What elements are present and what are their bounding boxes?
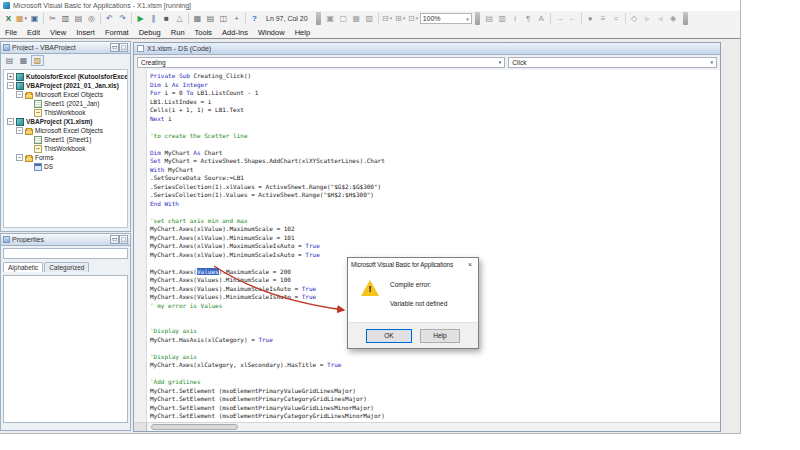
tree-item[interactable]: −Forms <box>4 153 127 162</box>
tree-expander-icon[interactable]: − <box>16 154 23 161</box>
menu-run[interactable]: Run <box>166 26 190 38</box>
object-browser-icon[interactable]: ◫ <box>217 12 230 25</box>
comment-block-icon[interactable]: ≡ <box>597 12 610 25</box>
zoom-combo[interactable]: 100% ▾ <box>420 13 472 24</box>
code-line[interactable]: 'to create the Scetter line <box>150 132 719 141</box>
tree-item[interactable]: ThisWorkbook <box>4 144 127 153</box>
code-editor[interactable]: Private Sub Creating_Click()Dim i As Int… <box>134 70 720 422</box>
code-line[interactable]: 'Add gridlines <box>150 378 719 387</box>
code-line[interactable]: 'set chart axis min and max <box>150 217 719 226</box>
view-microsoft-excel-icon[interactable]: X <box>2 12 15 25</box>
make-same-size-dropdown-icon[interactable]: ⊡▾ <box>407 12 420 25</box>
code-line[interactable]: MyChart.Axes(xlValue).MaximumScale = 102 <box>150 225 719 234</box>
toggle-bookmark-icon[interactable]: ◇ <box>628 12 641 25</box>
tree-item[interactable]: Sheet1 (Sheet1) <box>4 135 127 144</box>
redo-icon[interactable]: ↷ <box>116 12 129 25</box>
outdent-icon[interactable]: ← <box>566 12 579 25</box>
code-line[interactable] <box>150 140 719 149</box>
code-line[interactable]: 'Display axis <box>150 353 719 362</box>
tree-expander-icon[interactable]: + <box>7 73 14 80</box>
menu-format[interactable]: Format <box>100 26 134 38</box>
menu-tools[interactable]: Tools <box>190 26 218 38</box>
tree-expander-icon[interactable]: − <box>16 91 23 98</box>
uncomment-block-icon[interactable]: = <box>610 12 623 25</box>
bring-to-front-icon[interactable]: ▣ <box>324 12 337 25</box>
design-mode-icon[interactable]: △ <box>173 12 186 25</box>
tree-item[interactable]: −Microsoft Excel Objects <box>4 90 127 99</box>
horizontal-scrollbar[interactable] <box>134 422 720 431</box>
tree-item[interactable]: −Microsoft Excel Objects <box>4 126 127 135</box>
object-dropdown[interactable]: Creating ▾ <box>137 57 505 68</box>
toolbox-icon[interactable]: + <box>230 12 243 25</box>
code-line[interactable]: .SeriesCollection(1).xlValues = ActiveSh… <box>150 183 719 192</box>
tree-item[interactable]: Sheet1 (2021_Jan) <box>4 99 127 108</box>
code-line[interactable] <box>150 208 719 217</box>
center-dropdown-icon[interactable]: ⊞▾ <box>394 12 407 25</box>
view-code-icon[interactable]: ▤ <box>3 55 16 66</box>
code-line[interactable]: MyChart.SetElement (msoElementPrimaryVal… <box>150 404 719 413</box>
paste-icon[interactable]: ▤ <box>72 12 85 25</box>
minimize-button[interactable]: ▭ <box>110 235 119 244</box>
code-line[interactable]: For i = 0 To LB1.ListCount - 1 <box>150 89 719 98</box>
undo-icon[interactable]: ↶ <box>103 12 116 25</box>
send-to-back-icon[interactable]: ▢ <box>337 12 350 25</box>
list-properties-icon[interactable]: ▤ <box>483 12 496 25</box>
tree-item[interactable]: DS <box>4 162 127 171</box>
menu-insert[interactable]: Insert <box>71 26 100 38</box>
ungroup-icon[interactable]: ▧ <box>363 12 376 25</box>
parameter-info-icon[interactable]: ¶ <box>522 12 535 25</box>
group-icon[interactable]: ▦ <box>350 12 363 25</box>
code-line[interactable]: LB1.ListIndex = i <box>150 98 719 107</box>
tree-item[interactable]: ThisWorkbook <box>4 108 127 117</box>
menu-help[interactable]: Help <box>290 26 315 38</box>
code-margin-indicator-bar[interactable] <box>134 70 147 422</box>
toggle-breakpoint-icon[interactable]: ● <box>584 12 597 25</box>
view-object-icon[interactable]: ▦ <box>17 55 30 66</box>
code-line[interactable]: Set MyChart = ActiveSheet.Shapes.AddChar… <box>150 157 719 166</box>
code-line[interactable]: MyChart.SetElement (msoElementPrimaryVal… <box>150 387 719 396</box>
help-button[interactable]: Help <box>420 329 460 343</box>
find-icon[interactable]: ◎ <box>85 12 98 25</box>
properties-object-combo[interactable] <box>3 248 128 259</box>
run-icon[interactable]: ▶ <box>134 12 147 25</box>
tab-alphabetic[interactable]: Alphabetic <box>3 262 43 272</box>
properties-list[interactable] <box>3 275 128 423</box>
code-line[interactable]: .SeriesCollection(1).Values = ActiveShee… <box>150 191 719 200</box>
menu-file[interactable]: File <box>0 26 22 38</box>
menu-edit[interactable]: Edit <box>22 26 45 38</box>
menu-add-ins[interactable]: Add-Ins <box>217 26 253 38</box>
help-icon[interactable]: ? <box>248 12 261 25</box>
code-line[interactable]: Dim i As Integer <box>150 81 719 90</box>
code-line[interactable]: Cells(i + 1, 1) = LB1.Text <box>150 106 719 115</box>
code-line[interactable]: With MyChart <box>150 166 719 175</box>
tree-expander-icon[interactable]: − <box>7 82 14 89</box>
toolbar-options-button[interactable] <box>683 12 688 25</box>
code-line[interactable]: MyChart.Axes(xlValue).MinimumScale = 101 <box>150 234 719 243</box>
reset-icon[interactable]: ■ <box>160 12 173 25</box>
tree-item[interactable]: −VBAProject (X1.xlsm) <box>4 117 127 126</box>
scrollbar-thumb[interactable] <box>151 424 238 430</box>
maximize-button[interactable]: ▢ <box>119 235 128 244</box>
code-line[interactable] <box>150 370 719 379</box>
menu-window[interactable]: Window <box>253 26 290 38</box>
project-explorer-icon[interactable]: ▦ <box>191 12 204 25</box>
code-line[interactable] <box>150 123 719 132</box>
code-line[interactable]: MyChart.Axes(xlValue).MaximumScaleIsAuto… <box>150 242 719 251</box>
event-dropdown[interactable]: Click ▾ <box>508 57 717 68</box>
next-bookmark-icon[interactable]: ▹ <box>641 12 654 25</box>
code-line[interactable]: MyChart.Axes(xlCategory, xlSecondary).Ha… <box>150 361 719 370</box>
tree-item[interactable]: +KutoolsforExcel (KutoolsforExcel <box>4 72 127 81</box>
tree-item[interactable]: −VBAProject (2021_01_Jan.xls) <box>4 81 127 90</box>
tree-expander-icon[interactable]: − <box>16 127 23 134</box>
code-window-titlebar[interactable]: X1.xlsm - DS (Code) <box>134 43 720 55</box>
break-icon[interactable]: ∥ <box>147 12 160 25</box>
tree-expander-icon[interactable]: − <box>7 118 14 125</box>
close-icon[interactable]: × <box>465 260 475 270</box>
code-line[interactable]: MyChart.SetElement (msoElementPrimaryCat… <box>150 412 719 421</box>
code-line[interactable]: Dim MyChart As Chart <box>150 149 719 158</box>
code-line[interactable]: Private Sub Creating_Click() <box>150 72 719 81</box>
copy-icon[interactable]: ▥ <box>59 12 72 25</box>
code-line[interactable]: .SetSourceData Source:=LB1 <box>150 174 719 183</box>
align-dropdown-icon[interactable]: ⊟▾ <box>381 12 394 25</box>
menu-view[interactable]: View <box>45 26 71 38</box>
